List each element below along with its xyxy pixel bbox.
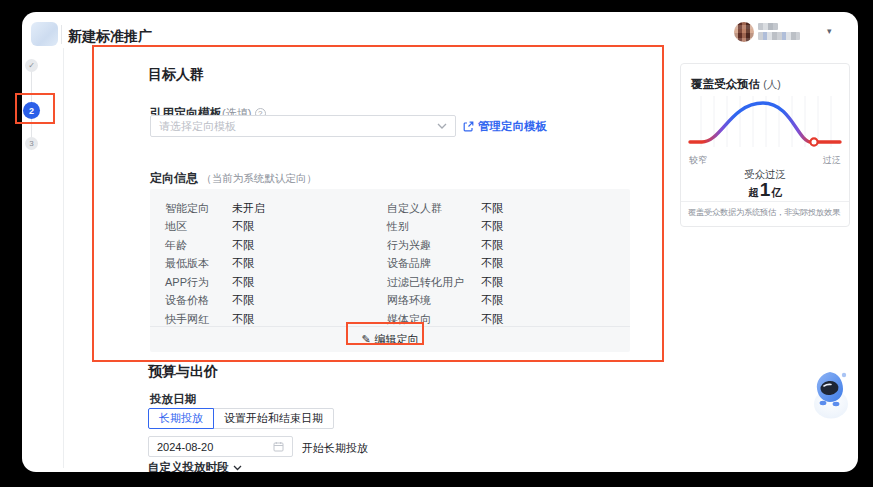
axis-label-broad: 过泛 [823, 154, 841, 167]
start-date-input[interactable]: 2024-08-20 [148, 436, 293, 457]
step-1-completed[interactable]: ✓ [25, 59, 38, 72]
chevron-down-icon[interactable]: ▾ [827, 26, 832, 36]
table-row: 年龄不限 行为兴趣不限 [165, 236, 630, 255]
template-select[interactable]: 请选择定向模板 [150, 115, 456, 137]
audience-estimate-panel: 覆盖受众预估 (人) [680, 63, 850, 227]
bell-curve-chart [687, 94, 845, 154]
page-title: 新建标准推广 [68, 28, 152, 46]
tab-long-term[interactable]: 长期投放 [148, 408, 214, 429]
date-mode-tabs: 长期投放 设置开始和结束日期 [148, 408, 334, 429]
check-icon: ✓ [28, 61, 35, 70]
step-2-label: 2 [29, 106, 34, 116]
edit-icon: ✎ [361, 333, 370, 346]
budget-section-title: 预算与出价 [148, 363, 218, 381]
custom-schedule-toggle[interactable]: 自定义投放时段 [148, 460, 242, 472]
step-2-active[interactable]: 2 [23, 102, 40, 119]
app-window: 新建标准推广 ▾ ✓ 2 3 目标人群 引用定向模板(选填) ? 请选择定向模板 [22, 12, 858, 472]
targeting-info-label: 定向信息 （当前为系统默认定向） [150, 170, 317, 187]
targeting-summary-table: 智能定向未开启 自定义人群不限 地区不限 性别不限 年龄不限 行为兴趣不限 最低… [150, 189, 630, 352]
user-menu[interactable]: ▾ [734, 21, 844, 47]
table-row: APP行为不限 过滤已转化用户不限 [165, 273, 630, 292]
template-select-placeholder: 请选择定向模板 [159, 119, 437, 134]
table-row: 地区不限 性别不限 [165, 218, 630, 237]
estimate-value: 超1亿 [681, 179, 849, 201]
external-link-icon [463, 121, 474, 132]
targeting-info-note: （当前为系统默认定向） [201, 172, 317, 184]
estimate-number: 1 [759, 179, 772, 200]
sidebar-divider [63, 48, 64, 468]
mascot-icon [810, 366, 852, 420]
app-logo [31, 22, 58, 46]
estimate-title-unit: (人) [763, 78, 781, 90]
chevron-down-icon [437, 123, 447, 129]
account-redacted [758, 32, 800, 40]
edit-targeting-button[interactable]: ✎ 编辑定向 [361, 332, 418, 347]
chevron-down-icon [233, 465, 242, 471]
table-row: 设备价格不限 网络环境不限 [165, 292, 630, 311]
custom-schedule-label: 自定义投放时段 [148, 460, 229, 472]
start-date-value: 2024-08-20 [157, 441, 273, 453]
avatar[interactable] [734, 22, 754, 42]
audience-section-title: 目标人群 [148, 66, 204, 84]
curve-marker [810, 138, 817, 145]
start-date-hint: 开始长期投放 [302, 441, 368, 456]
edit-targeting-label: 编辑定向 [375, 332, 419, 347]
manage-template-link[interactable]: 管理定向模板 [463, 119, 547, 134]
step-3-label: 3 [29, 139, 33, 148]
targeting-rows: 智能定向未开启 自定义人群不限 地区不限 性别不限 年龄不限 行为兴趣不限 最低… [150, 189, 630, 329]
header-divider [61, 25, 62, 44]
calendar-icon [273, 441, 284, 452]
axis-label-narrow: 较窄 [689, 154, 707, 167]
date-field-label: 投放日期 [150, 392, 196, 407]
step-3[interactable]: 3 [25, 137, 38, 150]
manage-template-label: 管理定向模板 [478, 119, 547, 134]
table-footer: ✎ 编辑定向 [150, 326, 630, 352]
tab-set-dates[interactable]: 设置开始和结束日期 [213, 408, 334, 429]
estimate-disclaimer: 覆盖受众数据为系统预估，非实际投放效果 [688, 207, 846, 218]
table-row: 最低版本不限 设备品牌不限 [165, 255, 630, 274]
table-row: 智能定向未开启 自定义人群不限 [165, 199, 630, 218]
panel-divider [681, 201, 849, 202]
username-redacted [758, 23, 778, 30]
helper-mascot-widget[interactable] [810, 366, 852, 420]
screen: 新建标准推广 ▾ ✓ 2 3 目标人群 引用定向模板(选填) ? 请选择定向模板 [0, 0, 873, 487]
estimate-title: 覆盖受众预估 (人) [691, 77, 781, 92]
